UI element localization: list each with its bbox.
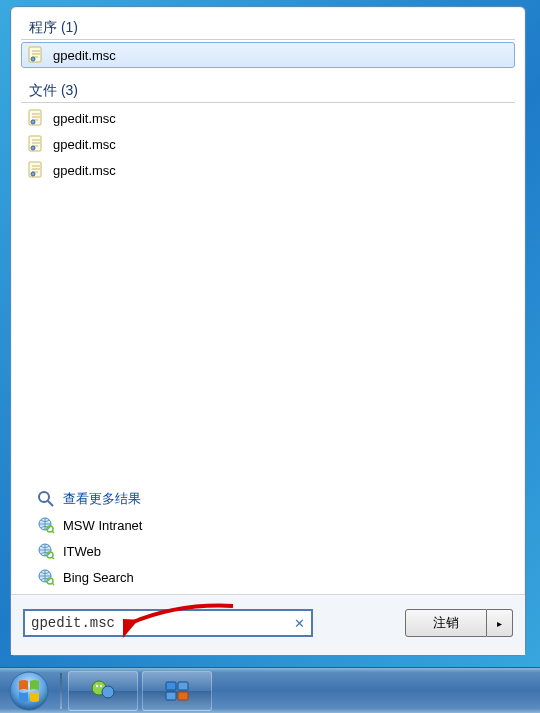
chevron-right-icon: ▸ bbox=[497, 618, 502, 629]
svg-rect-26 bbox=[166, 692, 176, 700]
svg-line-18 bbox=[52, 583, 54, 585]
start-button[interactable] bbox=[4, 670, 54, 712]
magnifier-icon bbox=[37, 490, 55, 508]
svg-point-23 bbox=[100, 684, 102, 686]
svg-rect-27 bbox=[178, 692, 188, 700]
taskbar-app-messenger[interactable] bbox=[68, 671, 138, 711]
link-label: Bing Search bbox=[63, 570, 134, 585]
taskbar-app-switcher[interactable] bbox=[142, 671, 212, 711]
svg-rect-25 bbox=[178, 682, 188, 690]
result-label: gpedit.msc bbox=[53, 111, 116, 126]
result-label: gpedit.msc bbox=[53, 163, 116, 178]
logoff-button[interactable]: 注销 bbox=[405, 609, 487, 637]
shutdown-options-arrow[interactable]: ▸ bbox=[487, 609, 513, 637]
svg-point-5 bbox=[31, 146, 35, 150]
web-search-icon bbox=[37, 568, 55, 586]
result-label: gpedit.msc bbox=[53, 48, 116, 63]
section-header-files: 文件 (3) bbox=[21, 78, 515, 103]
search-msw-intranet[interactable]: MSW Intranet bbox=[31, 512, 505, 538]
taskbar-divider bbox=[60, 673, 62, 709]
shutdown-button-group: 注销 ▸ bbox=[405, 609, 513, 637]
taskbar bbox=[0, 667, 540, 713]
link-label: MSW Intranet bbox=[63, 518, 142, 533]
search-itweb[interactable]: ITWeb bbox=[31, 538, 505, 564]
search-input[interactable] bbox=[31, 615, 291, 631]
svg-point-1 bbox=[31, 57, 35, 61]
svg-point-3 bbox=[31, 120, 35, 124]
svg-line-9 bbox=[48, 501, 53, 506]
bottom-links: 查看更多结果 MSW Intranet ITWeb Bing Search bbox=[21, 486, 515, 594]
link-label: ITWeb bbox=[63, 544, 101, 559]
svg-rect-24 bbox=[166, 682, 176, 690]
result-program-0[interactable]: gpedit.msc bbox=[21, 42, 515, 68]
search-box[interactable]: ✕ bbox=[23, 609, 313, 637]
link-label: 查看更多结果 bbox=[63, 490, 141, 508]
result-file-1[interactable]: gpedit.msc bbox=[21, 131, 515, 157]
svg-line-15 bbox=[52, 557, 54, 559]
msc-file-icon bbox=[27, 109, 45, 127]
web-search-icon bbox=[37, 542, 55, 560]
search-bing[interactable]: Bing Search bbox=[31, 564, 505, 590]
clear-search-icon[interactable]: ✕ bbox=[291, 615, 307, 631]
result-label: gpedit.msc bbox=[53, 137, 116, 152]
section-header-programs: 程序 (1) bbox=[21, 15, 515, 40]
logoff-label: 注销 bbox=[433, 614, 459, 632]
svg-point-22 bbox=[96, 684, 98, 686]
msc-file-icon bbox=[27, 161, 45, 179]
search-results: 程序 (1) gpedit.msc 文件 (3) gpedit.msc gped… bbox=[11, 15, 525, 594]
svg-point-21 bbox=[102, 686, 114, 698]
see-more-results[interactable]: 查看更多结果 bbox=[31, 486, 505, 512]
search-bar-row: ✕ 注销 ▸ bbox=[11, 594, 525, 655]
svg-point-7 bbox=[31, 172, 35, 176]
web-search-icon bbox=[37, 516, 55, 534]
result-file-2[interactable]: gpedit.msc bbox=[21, 157, 515, 183]
msc-file-icon bbox=[27, 135, 45, 153]
svg-point-19 bbox=[10, 672, 48, 710]
result-file-0[interactable]: gpedit.msc bbox=[21, 105, 515, 131]
start-menu-search-panel: 程序 (1) gpedit.msc 文件 (3) gpedit.msc gped… bbox=[10, 6, 526, 656]
svg-point-8 bbox=[39, 492, 49, 502]
msc-file-icon bbox=[27, 46, 45, 64]
svg-line-12 bbox=[52, 531, 54, 533]
